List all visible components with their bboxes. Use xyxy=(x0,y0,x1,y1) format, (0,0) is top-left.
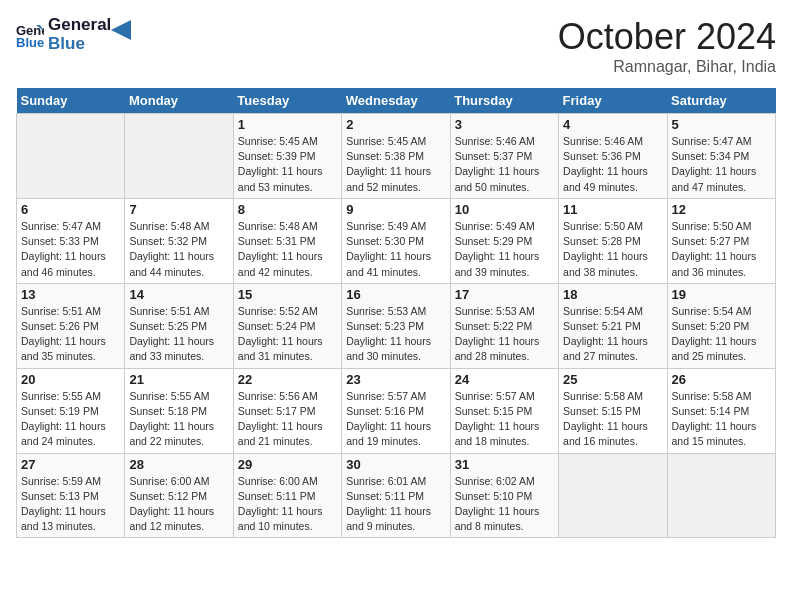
day-info: Sunrise: 5:51 AMSunset: 5:25 PMDaylight:… xyxy=(129,304,228,365)
calendar-week-5: 27Sunrise: 5:59 AMSunset: 5:13 PMDayligh… xyxy=(17,453,776,538)
calendar-cell: 26Sunrise: 5:58 AMSunset: 5:14 PMDayligh… xyxy=(667,368,775,453)
calendar-cell xyxy=(559,453,667,538)
calendar-cell: 9Sunrise: 5:49 AMSunset: 5:30 PMDaylight… xyxy=(342,198,450,283)
day-number: 6 xyxy=(21,202,120,217)
weekday-header-thursday: Thursday xyxy=(450,88,558,114)
day-number: 13 xyxy=(21,287,120,302)
weekday-header-tuesday: Tuesday xyxy=(233,88,341,114)
calendar-cell: 3Sunrise: 5:46 AMSunset: 5:37 PMDaylight… xyxy=(450,114,558,199)
calendar-cell: 29Sunrise: 6:00 AMSunset: 5:11 PMDayligh… xyxy=(233,453,341,538)
day-number: 24 xyxy=(455,372,554,387)
calendar-cell: 15Sunrise: 5:52 AMSunset: 5:24 PMDayligh… xyxy=(233,283,341,368)
svg-marker-3 xyxy=(111,20,131,40)
day-number: 21 xyxy=(129,372,228,387)
day-info: Sunrise: 5:53 AMSunset: 5:23 PMDaylight:… xyxy=(346,304,445,365)
logo-icon: General Blue xyxy=(16,21,44,49)
day-number: 12 xyxy=(672,202,771,217)
calendar-cell: 11Sunrise: 5:50 AMSunset: 5:28 PMDayligh… xyxy=(559,198,667,283)
page-header: General Blue General Blue October 2024 R… xyxy=(16,16,776,76)
day-number: 28 xyxy=(129,457,228,472)
calendar-body: 1Sunrise: 5:45 AMSunset: 5:39 PMDaylight… xyxy=(17,114,776,538)
calendar-cell: 17Sunrise: 5:53 AMSunset: 5:22 PMDayligh… xyxy=(450,283,558,368)
day-number: 25 xyxy=(563,372,662,387)
day-info: Sunrise: 5:50 AMSunset: 5:27 PMDaylight:… xyxy=(672,219,771,280)
day-info: Sunrise: 5:56 AMSunset: 5:17 PMDaylight:… xyxy=(238,389,337,450)
calendar-cell: 6Sunrise: 5:47 AMSunset: 5:33 PMDaylight… xyxy=(17,198,125,283)
day-info: Sunrise: 5:54 AMSunset: 5:20 PMDaylight:… xyxy=(672,304,771,365)
day-info: Sunrise: 5:52 AMSunset: 5:24 PMDaylight:… xyxy=(238,304,337,365)
calendar-cell: 10Sunrise: 5:49 AMSunset: 5:29 PMDayligh… xyxy=(450,198,558,283)
day-number: 18 xyxy=(563,287,662,302)
calendar-cell xyxy=(125,114,233,199)
day-info: Sunrise: 5:46 AMSunset: 5:37 PMDaylight:… xyxy=(455,134,554,195)
day-info: Sunrise: 5:53 AMSunset: 5:22 PMDaylight:… xyxy=(455,304,554,365)
day-info: Sunrise: 5:50 AMSunset: 5:28 PMDaylight:… xyxy=(563,219,662,280)
weekday-header-row: SundayMondayTuesdayWednesdayThursdayFrid… xyxy=(17,88,776,114)
day-info: Sunrise: 5:45 AMSunset: 5:38 PMDaylight:… xyxy=(346,134,445,195)
day-number: 10 xyxy=(455,202,554,217)
day-number: 16 xyxy=(346,287,445,302)
calendar-cell: 20Sunrise: 5:55 AMSunset: 5:19 PMDayligh… xyxy=(17,368,125,453)
calendar-cell: 27Sunrise: 5:59 AMSunset: 5:13 PMDayligh… xyxy=(17,453,125,538)
day-number: 1 xyxy=(238,117,337,132)
day-number: 20 xyxy=(21,372,120,387)
day-info: Sunrise: 6:00 AMSunset: 5:11 PMDaylight:… xyxy=(238,474,337,535)
calendar-cell: 25Sunrise: 5:58 AMSunset: 5:15 PMDayligh… xyxy=(559,368,667,453)
calendar-cell: 13Sunrise: 5:51 AMSunset: 5:26 PMDayligh… xyxy=(17,283,125,368)
day-number: 22 xyxy=(238,372,337,387)
weekday-header-friday: Friday xyxy=(559,88,667,114)
calendar-week-3: 13Sunrise: 5:51 AMSunset: 5:26 PMDayligh… xyxy=(17,283,776,368)
day-number: 4 xyxy=(563,117,662,132)
calendar-cell: 18Sunrise: 5:54 AMSunset: 5:21 PMDayligh… xyxy=(559,283,667,368)
day-number: 7 xyxy=(129,202,228,217)
day-info: Sunrise: 5:48 AMSunset: 5:31 PMDaylight:… xyxy=(238,219,337,280)
weekday-header-monday: Monday xyxy=(125,88,233,114)
calendar-cell: 12Sunrise: 5:50 AMSunset: 5:27 PMDayligh… xyxy=(667,198,775,283)
calendar-cell: 22Sunrise: 5:56 AMSunset: 5:17 PMDayligh… xyxy=(233,368,341,453)
calendar-cell: 5Sunrise: 5:47 AMSunset: 5:34 PMDaylight… xyxy=(667,114,775,199)
calendar-cell: 19Sunrise: 5:54 AMSunset: 5:20 PMDayligh… xyxy=(667,283,775,368)
day-number: 23 xyxy=(346,372,445,387)
day-info: Sunrise: 5:55 AMSunset: 5:19 PMDaylight:… xyxy=(21,389,120,450)
calendar-week-1: 1Sunrise: 5:45 AMSunset: 5:39 PMDaylight… xyxy=(17,114,776,199)
day-number: 31 xyxy=(455,457,554,472)
day-number: 2 xyxy=(346,117,445,132)
day-number: 27 xyxy=(21,457,120,472)
day-number: 29 xyxy=(238,457,337,472)
day-info: Sunrise: 5:59 AMSunset: 5:13 PMDaylight:… xyxy=(21,474,120,535)
day-info: Sunrise: 5:47 AMSunset: 5:33 PMDaylight:… xyxy=(21,219,120,280)
day-info: Sunrise: 5:57 AMSunset: 5:15 PMDaylight:… xyxy=(455,389,554,450)
title-block: October 2024 Ramnagar, Bihar, India xyxy=(558,16,776,76)
day-info: Sunrise: 5:54 AMSunset: 5:21 PMDaylight:… xyxy=(563,304,662,365)
calendar-cell xyxy=(667,453,775,538)
day-info: Sunrise: 5:58 AMSunset: 5:15 PMDaylight:… xyxy=(563,389,662,450)
location: Ramnagar, Bihar, India xyxy=(558,58,776,76)
day-number: 8 xyxy=(238,202,337,217)
calendar-cell: 24Sunrise: 5:57 AMSunset: 5:15 PMDayligh… xyxy=(450,368,558,453)
logo-line2: Blue xyxy=(48,35,111,54)
day-info: Sunrise: 5:51 AMSunset: 5:26 PMDaylight:… xyxy=(21,304,120,365)
calendar-cell: 14Sunrise: 5:51 AMSunset: 5:25 PMDayligh… xyxy=(125,283,233,368)
logo-arrow-icon xyxy=(111,20,131,40)
day-info: Sunrise: 5:45 AMSunset: 5:39 PMDaylight:… xyxy=(238,134,337,195)
day-number: 15 xyxy=(238,287,337,302)
day-info: Sunrise: 5:47 AMSunset: 5:34 PMDaylight:… xyxy=(672,134,771,195)
calendar-cell: 2Sunrise: 5:45 AMSunset: 5:38 PMDaylight… xyxy=(342,114,450,199)
logo: General Blue General Blue xyxy=(16,16,131,53)
day-number: 5 xyxy=(672,117,771,132)
weekday-header-wednesday: Wednesday xyxy=(342,88,450,114)
day-info: Sunrise: 5:46 AMSunset: 5:36 PMDaylight:… xyxy=(563,134,662,195)
day-info: Sunrise: 6:00 AMSunset: 5:12 PMDaylight:… xyxy=(129,474,228,535)
calendar-week-4: 20Sunrise: 5:55 AMSunset: 5:19 PMDayligh… xyxy=(17,368,776,453)
svg-text:Blue: Blue xyxy=(16,35,44,49)
day-number: 26 xyxy=(672,372,771,387)
day-number: 9 xyxy=(346,202,445,217)
calendar-cell: 1Sunrise: 5:45 AMSunset: 5:39 PMDaylight… xyxy=(233,114,341,199)
calendar-cell xyxy=(17,114,125,199)
weekday-header-sunday: Sunday xyxy=(17,88,125,114)
day-number: 19 xyxy=(672,287,771,302)
day-info: Sunrise: 6:01 AMSunset: 5:11 PMDaylight:… xyxy=(346,474,445,535)
calendar-cell: 21Sunrise: 5:55 AMSunset: 5:18 PMDayligh… xyxy=(125,368,233,453)
day-number: 17 xyxy=(455,287,554,302)
day-info: Sunrise: 5:58 AMSunset: 5:14 PMDaylight:… xyxy=(672,389,771,450)
